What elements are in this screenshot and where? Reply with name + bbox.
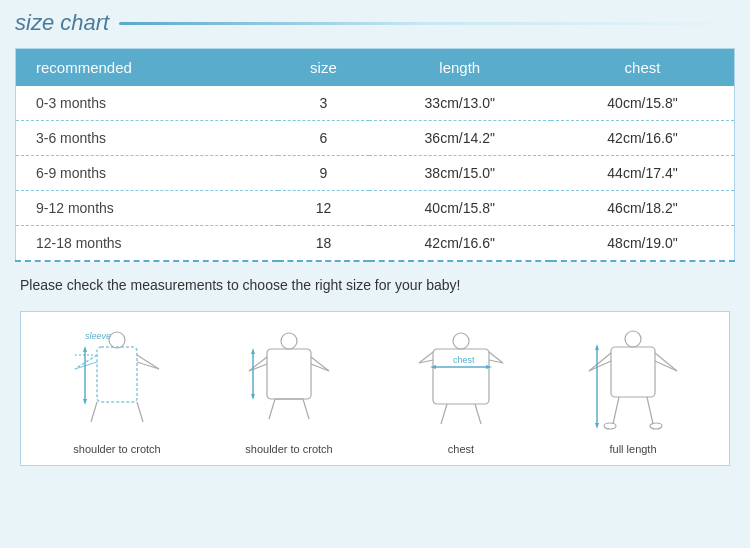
page-wrapper: size chart recommended size length chest… bbox=[0, 0, 750, 476]
cell-length: 33cm/13.0" bbox=[369, 86, 551, 121]
col-recommended: recommended bbox=[16, 49, 279, 87]
svg-marker-48 bbox=[595, 344, 599, 350]
table-row: 0-3 months 3 33cm/13.0" 40cm/15.8" bbox=[16, 86, 735, 121]
svg-line-43 bbox=[613, 397, 619, 424]
svg-marker-49 bbox=[595, 423, 599, 429]
svg-line-32 bbox=[475, 404, 481, 424]
cell-recommended: 12-18 months bbox=[16, 226, 279, 262]
diagram-label-2: shoulder to crotch bbox=[245, 443, 332, 455]
svg-point-2 bbox=[109, 332, 125, 348]
col-length: length bbox=[369, 49, 551, 87]
svg-line-19 bbox=[269, 399, 275, 419]
svg-marker-11 bbox=[83, 399, 87, 405]
col-chest: chest bbox=[551, 49, 735, 87]
svg-marker-23 bbox=[251, 348, 255, 354]
note-text: Please check the measurements to choose … bbox=[15, 277, 735, 293]
cell-recommended: 9-12 months bbox=[16, 191, 279, 226]
svg-line-5 bbox=[137, 355, 159, 369]
cell-recommended: 0-3 months bbox=[16, 86, 279, 121]
size-table: recommended size length chest 0-3 months… bbox=[15, 48, 735, 262]
cell-length: 36cm/14.2" bbox=[369, 121, 551, 156]
diagram-svg-2 bbox=[239, 327, 339, 437]
diagram-label-4: full length bbox=[609, 443, 656, 455]
svg-text:sleeve: sleeve bbox=[85, 331, 111, 341]
table-header-row: recommended size length chest bbox=[16, 49, 735, 87]
cell-chest: 44cm/17.4" bbox=[551, 156, 735, 191]
table-row: 3-6 months 6 36cm/14.2" 42cm/16.6" bbox=[16, 121, 735, 156]
cell-size: 9 bbox=[278, 156, 368, 191]
svg-point-45 bbox=[604, 423, 616, 429]
svg-rect-1 bbox=[97, 347, 137, 402]
cell-recommended: 3-6 months bbox=[16, 121, 279, 156]
diagram-item-2: shoulder to crotch bbox=[239, 327, 339, 455]
cell-length: 42cm/16.6" bbox=[369, 226, 551, 262]
svg-marker-24 bbox=[251, 394, 255, 400]
cell-size: 3 bbox=[278, 86, 368, 121]
svg-line-7 bbox=[91, 402, 97, 422]
diagram-svg-3: chest bbox=[411, 327, 511, 437]
table-row: 6-9 months 9 38cm/15.0" 44cm/17.4" bbox=[16, 156, 735, 191]
title-container: size chart bbox=[15, 10, 735, 36]
svg-line-8 bbox=[137, 402, 143, 422]
cell-chest: 42cm/16.6" bbox=[551, 121, 735, 156]
diagram-item-3: chest chest bbox=[411, 327, 511, 455]
title-underline bbox=[119, 22, 735, 25]
svg-line-18 bbox=[311, 364, 329, 371]
table-row: 9-12 months 12 40cm/15.8" 46cm/18.2" bbox=[16, 191, 735, 226]
cell-size: 12 bbox=[278, 191, 368, 226]
svg-point-38 bbox=[625, 331, 641, 347]
svg-line-17 bbox=[311, 357, 329, 371]
diagram-item-1: sleeve shoulder bbox=[67, 327, 167, 455]
svg-line-4 bbox=[75, 362, 97, 369]
cell-size: 6 bbox=[278, 121, 368, 156]
cell-recommended: 6-9 months bbox=[16, 156, 279, 191]
svg-line-6 bbox=[137, 362, 159, 369]
table-row: 12-18 months 18 42cm/16.6" 48cm/19.0" bbox=[16, 226, 735, 262]
cell-size: 18 bbox=[278, 226, 368, 262]
cell-chest: 46cm/18.2" bbox=[551, 191, 735, 226]
svg-line-20 bbox=[303, 399, 309, 419]
svg-line-31 bbox=[441, 404, 447, 424]
svg-text:chest: chest bbox=[453, 355, 475, 365]
svg-point-46 bbox=[650, 423, 662, 429]
diagram-container: sleeve shoulder bbox=[20, 311, 730, 466]
col-size: size bbox=[278, 49, 368, 87]
diagram-label-1: shoulder to crotch bbox=[73, 443, 160, 455]
svg-line-15 bbox=[249, 357, 267, 371]
svg-marker-10 bbox=[83, 346, 87, 352]
svg-rect-13 bbox=[267, 349, 311, 399]
diagram-svg-4 bbox=[583, 327, 683, 437]
svg-line-44 bbox=[647, 397, 653, 424]
page-title: size chart bbox=[15, 10, 109, 36]
cell-length: 38cm/15.0" bbox=[369, 156, 551, 191]
diagram-svg-1: sleeve bbox=[67, 327, 167, 437]
svg-point-14 bbox=[281, 333, 297, 349]
cell-chest: 40cm/15.8" bbox=[551, 86, 735, 121]
cell-chest: 48cm/19.0" bbox=[551, 226, 735, 262]
cell-length: 40cm/15.8" bbox=[369, 191, 551, 226]
svg-rect-37 bbox=[611, 347, 655, 397]
svg-line-3 bbox=[75, 355, 97, 369]
svg-point-26 bbox=[453, 333, 469, 349]
svg-line-16 bbox=[249, 364, 267, 371]
diagram-label-3: chest bbox=[448, 443, 474, 455]
diagram-item-4: full length bbox=[583, 327, 683, 455]
